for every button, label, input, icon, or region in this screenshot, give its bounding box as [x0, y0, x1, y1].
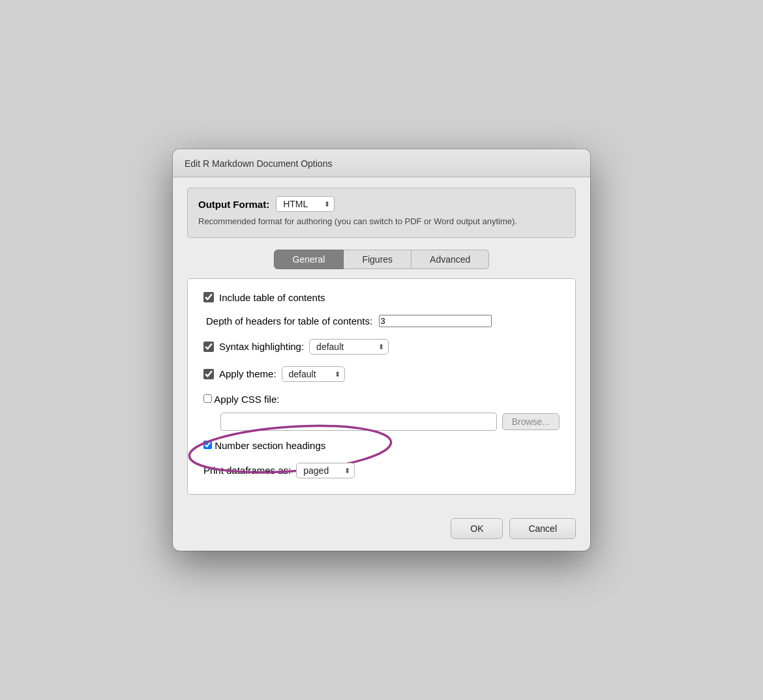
options-panel: Include table of contents Depth of heade… — [187, 278, 576, 495]
syntax-highlighting-checkbox[interactable] — [203, 342, 214, 352]
number-section-text: Number section headings — [215, 440, 325, 451]
cancel-button[interactable]: Cancel — [509, 518, 576, 539]
apply-css-text: Apply CSS file: — [214, 394, 279, 405]
title-bar: Edit R Markdown Document Options — [173, 149, 590, 177]
include-toc-checkbox[interactable] — [203, 292, 214, 302]
number-section-checkbox[interactable] — [203, 441, 212, 449]
depth-row: Depth of headers for table of contents: … — [203, 315, 560, 327]
output-format-description: Recommended format for authoring (you ca… — [198, 216, 565, 227]
print-dataframes-label: Print dataframes as: — [203, 465, 291, 476]
include-toc-label[interactable]: Include table of contents — [203, 292, 325, 303]
output-format-label: Output Format: — [198, 199, 269, 210]
apply-theme-select[interactable]: default cerulean journal flatly readable… — [282, 366, 345, 382]
syntax-highlighting-select[interactable]: default tango pygments kate monochrome e… — [309, 339, 389, 355]
depth-input[interactable]: 3 — [379, 315, 492, 327]
syntax-highlighting-row: Syntax highlighting: default tango pygme… — [203, 339, 560, 355]
tab-advanced[interactable]: Advanced — [411, 250, 489, 269]
include-toc-text: Include table of contents — [219, 292, 325, 303]
tabs-container: General Figures Advanced — [187, 250, 576, 269]
tab-figures[interactable]: Figures — [344, 250, 411, 269]
print-dataframes-row: Print dataframes as: paged default tibbl… — [203, 463, 560, 478]
css-file-input[interactable] — [220, 413, 497, 431]
include-toc-row: Include table of contents — [203, 292, 560, 303]
apply-theme-label[interactable]: Apply theme: — [203, 368, 277, 379]
apply-theme-text: Apply theme: — [219, 368, 277, 379]
output-format-row: Output Format: HTML PDF Word — [198, 196, 565, 212]
number-section-row: Number section headings — [203, 440, 560, 451]
tab-general[interactable]: General — [274, 250, 344, 269]
apply-theme-checkbox[interactable] — [203, 369, 214, 379]
syntax-highlighting-select-wrapper[interactable]: default tango pygments kate monochrome e… — [309, 339, 389, 355]
browse-button[interactable]: Browse... — [502, 413, 560, 430]
apply-css-label[interactable]: Apply CSS file: — [203, 394, 279, 405]
output-format-box: Output Format: HTML PDF Word Recommended… — [187, 188, 576, 237]
dialog: Edit R Markdown Document Options Output … — [173, 149, 590, 550]
print-dataframes-select[interactable]: paged default tibble kable — [296, 463, 355, 478]
depth-label: Depth of headers for table of contents: — [206, 315, 372, 327]
output-format-select[interactable]: HTML PDF Word — [276, 196, 335, 212]
apply-css-checkbox[interactable] — [203, 394, 212, 403]
dialog-title: Edit R Markdown Document Options — [185, 158, 332, 169]
content: Output Format: HTML PDF Word Recommended… — [173, 177, 590, 507]
css-input-row: Browse... — [203, 413, 560, 431]
button-row: OK Cancel — [173, 508, 590, 551]
number-section-label[interactable]: Number section headings — [203, 440, 325, 451]
apply-css-row: Apply CSS file: — [203, 394, 560, 405]
output-format-select-wrapper[interactable]: HTML PDF Word — [276, 196, 335, 212]
syntax-highlighting-label[interactable]: Syntax highlighting: — [203, 341, 304, 352]
syntax-highlighting-text: Syntax highlighting: — [219, 341, 304, 352]
apply-theme-select-wrapper[interactable]: default cerulean journal flatly readable… — [282, 366, 345, 382]
apply-theme-row: Apply theme: default cerulean journal fl… — [203, 366, 560, 382]
ok-button[interactable]: OK — [451, 518, 503, 539]
print-dataframes-select-wrapper[interactable]: paged default tibble kable — [296, 463, 355, 478]
